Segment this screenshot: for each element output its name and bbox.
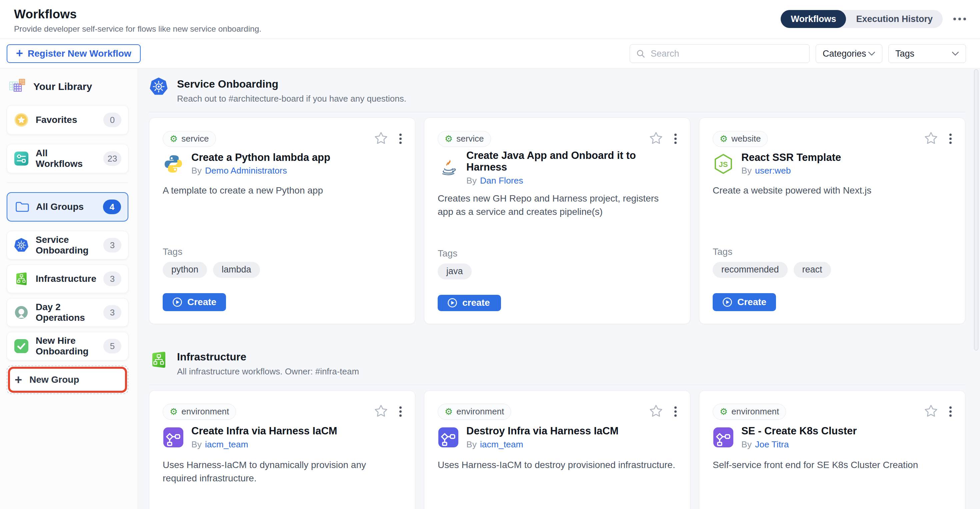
type-chip: ⚙ environment	[438, 404, 511, 420]
kubernetes-icon	[14, 238, 29, 252]
author-link[interactable]: Joe Titra	[755, 439, 789, 449]
kebab-menu-icon[interactable]	[675, 406, 677, 417]
register-new-workflow-button[interactable]: + Register New Workflow	[7, 44, 141, 63]
sidebar-item-service-onboarding[interactable]: Service Onboarding 3	[7, 231, 128, 260]
tags-label: Tags	[895, 49, 914, 59]
java-icon	[438, 157, 459, 178]
kubernetes-icon	[149, 77, 168, 96]
library-label: Your Library	[33, 81, 92, 92]
nodejs-icon: JS	[713, 153, 734, 174]
chip-label: website	[731, 133, 760, 144]
card-title: Destroy Infra via Harness IaCM	[466, 425, 619, 437]
create-button[interactable]: Create	[163, 293, 226, 311]
sidebar-divider	[7, 182, 128, 183]
sidebar-item-label: Favorites	[36, 114, 97, 125]
toolbar: + Register New Workflow Categories Tags	[0, 39, 980, 69]
main-content: Service Onboarding Reach out to #archite…	[138, 69, 980, 509]
workflow-indigo-icon	[438, 427, 459, 448]
gear-icon: ⚙	[720, 134, 728, 143]
tag-chip[interactable]: react	[794, 262, 831, 278]
favorite-star-icon[interactable]	[923, 131, 939, 147]
chip-label: service	[457, 133, 484, 144]
play-icon	[722, 297, 733, 308]
author-link[interactable]: Demo Administrators	[205, 166, 287, 176]
card-title: Create Infra via Harness IaCM	[191, 425, 337, 437]
chip-label: service	[181, 133, 208, 144]
sidebar-item-day2-operations[interactable]: Day 2 Operations 3	[7, 298, 128, 327]
section-title: Service Onboarding	[177, 78, 406, 90]
tags-heading: Tags	[713, 246, 952, 257]
view-toggle: Workflows Execution History	[781, 10, 943, 28]
section-subtitle: All infrastructure workflows. Owner: #in…	[177, 366, 359, 377]
count-badge: 3	[103, 271, 121, 286]
favorite-star-icon[interactable]	[373, 131, 389, 147]
play-icon	[447, 298, 458, 308]
kebab-menu-icon[interactable]	[399, 133, 402, 144]
sidebar-item-label: Day 2 Operations	[36, 302, 97, 323]
workflow-teal-icon	[14, 151, 29, 166]
favorite-star-icon[interactable]	[923, 403, 939, 420]
by-label: By	[466, 439, 477, 449]
by-label: By	[191, 166, 202, 176]
workflow-card: ⚙ service	[424, 117, 690, 324]
workflow-card: ⚙ environment	[149, 390, 415, 509]
create-label: create	[462, 298, 490, 308]
sidebar-item-favorites[interactable]: Favorites 0	[7, 105, 128, 135]
favorite-star-icon[interactable]	[373, 403, 389, 420]
workflow-card: ⚙ service	[149, 117, 415, 324]
sidebar-item-infrastructure[interactable]: Infrastructure 3	[7, 265, 128, 293]
header-actions: Workflows Execution History	[781, 7, 966, 39]
sidebar-item-all-groups[interactable]: All Groups 4	[7, 192, 128, 222]
tag-chip[interactable]: java	[438, 263, 472, 279]
scrollbar-thumb[interactable]	[974, 69, 978, 350]
author-link[interactable]: iacm_team	[480, 439, 523, 449]
page-subtitle: Provide developer self-service for flows…	[14, 24, 261, 34]
sidebar-item-label: New Hire Onboarding	[36, 335, 97, 357]
search-input[interactable]	[650, 48, 803, 59]
library-header: Your Library	[9, 78, 128, 95]
svg-text:JS: JS	[719, 160, 728, 168]
new-group-button[interactable]: + New Group	[7, 365, 128, 394]
tab-workflows[interactable]: Workflows	[781, 10, 846, 28]
author-link[interactable]: iacm_team	[205, 439, 248, 449]
count-badge: 5	[103, 339, 121, 354]
count-badge: 3	[103, 305, 121, 320]
gear-icon: ⚙	[720, 407, 728, 416]
kebab-menu-icon[interactable]	[949, 406, 952, 417]
type-chip: ⚙ website	[713, 131, 768, 147]
card-description: Uses Harness-IaCM to dynamically provisi…	[163, 458, 402, 509]
by-label: By	[741, 439, 752, 449]
kebab-menu-icon[interactable]	[399, 406, 402, 417]
section-header: Infrastructure All infrastructure workfl…	[149, 350, 965, 377]
create-button[interactable]: Create	[713, 293, 776, 311]
sidebar-item-all-workflows[interactable]: All Workflows 23	[7, 144, 128, 173]
count-badge: 23	[103, 151, 121, 166]
favorite-star-icon[interactable]	[648, 403, 663, 420]
tags-dropdown[interactable]: Tags	[888, 44, 966, 63]
tags-heading: Tags	[163, 246, 402, 257]
more-menu-icon[interactable]	[953, 10, 966, 28]
new-group-label: New Group	[29, 374, 79, 385]
tab-execution-history[interactable]: Execution History	[846, 10, 943, 28]
card-description: Creates new GH Repo and Harness project,…	[438, 192, 677, 248]
create-button[interactable]: create	[438, 295, 501, 311]
card-grid: ⚙ service	[149, 117, 965, 324]
favorite-star-icon[interactable]	[648, 131, 663, 147]
card-title: React SSR Template	[741, 152, 841, 163]
tag-chip[interactable]: lambda	[213, 262, 260, 278]
chip-label: environment	[457, 406, 504, 417]
author-link[interactable]: user:web	[755, 166, 791, 176]
library-cubes-icon	[9, 78, 27, 95]
gear-icon: ⚙	[445, 134, 453, 143]
categories-dropdown[interactable]: Categories	[816, 44, 882, 63]
sidebar-item-label: Service Onboarding	[36, 235, 97, 256]
gear-icon: ⚙	[445, 407, 453, 416]
sidebar-item-new-hire-onboarding[interactable]: New Hire Onboarding 5	[7, 332, 128, 360]
kebab-menu-icon[interactable]	[949, 133, 952, 144]
author-link[interactable]: Dan Flores	[480, 176, 523, 186]
tag-chip[interactable]: python	[163, 262, 207, 278]
kebab-menu-icon[interactable]	[675, 133, 677, 144]
card-description: Create a website powered with Next.js	[713, 184, 952, 246]
chip-label: environment	[731, 406, 779, 417]
tag-chip[interactable]: recommended	[713, 262, 788, 278]
